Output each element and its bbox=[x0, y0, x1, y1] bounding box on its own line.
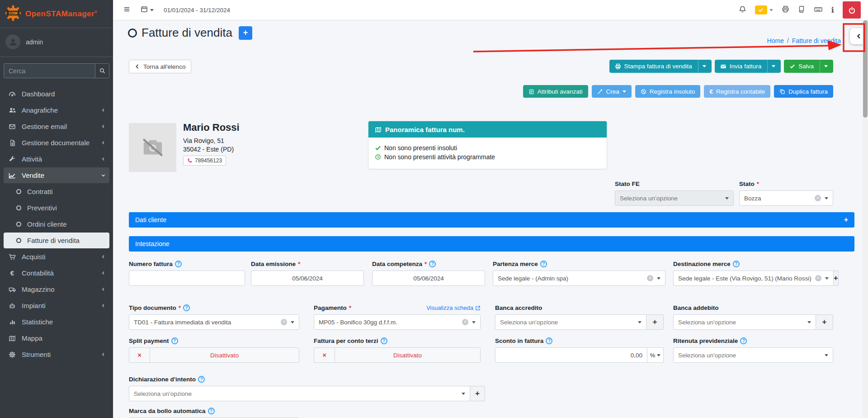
help-icon[interactable]: ? bbox=[733, 261, 740, 267]
split-payment-toggle[interactable]: × Disattivato bbox=[129, 347, 299, 363]
clear-icon[interactable]: × bbox=[462, 319, 468, 325]
calendar-dropdown[interactable] bbox=[141, 5, 154, 14]
sconto-unit-select[interactable]: % bbox=[647, 347, 664, 363]
sidebar-item-attivita[interactable]: Attività bbox=[4, 151, 109, 167]
brand[interactable]: OSM OpenSTAManager® bbox=[0, 0, 113, 28]
sidebar-item-dashboard[interactable]: Dashboard bbox=[4, 86, 109, 102]
create-button[interactable]: Crea bbox=[592, 85, 632, 98]
euro-icon: € bbox=[709, 88, 713, 95]
tipo-documento-field: Tipo documento*? TD01 - Fattura immediat… bbox=[129, 304, 299, 330]
sidebar-item-contratti[interactable]: Contratti bbox=[4, 184, 109, 200]
add-bank-debit-button[interactable]: + bbox=[816, 314, 833, 330]
sidebar-item-impianti[interactable]: Impianti bbox=[4, 298, 109, 314]
info-icon[interactable]: i bbox=[831, 5, 834, 14]
add-invoice-button[interactable]: + bbox=[239, 26, 252, 40]
sidebar-item-gestione-email[interactable]: Gestione email bbox=[4, 119, 109, 134]
fattura-conto-terzi-toggle[interactable]: × Disattivato bbox=[314, 347, 481, 363]
sidebar-item-fatture-di-vendita[interactable]: Fatture di vendita bbox=[4, 233, 109, 248]
add-bank-credit-button[interactable]: + bbox=[646, 314, 664, 330]
envelope-icon bbox=[720, 63, 726, 70]
avatar[interactable] bbox=[5, 34, 20, 49]
data-competenza-input[interactable]: 05/06/2024 bbox=[372, 271, 485, 286]
send-invoice-button[interactable]: Invia fattura bbox=[715, 60, 781, 73]
caret-down-icon bbox=[623, 90, 626, 93]
help-icon[interactable]: ? bbox=[546, 337, 552, 344]
banca-addebito-select[interactable]: Seleziona un'opzione bbox=[673, 314, 816, 330]
sidebar-item-ordini-cliente[interactable]: Ordini cliente bbox=[4, 216, 109, 232]
user-name[interactable]: admin bbox=[26, 38, 43, 46]
duplicate-invoice-button[interactable]: Duplica fattura bbox=[774, 85, 833, 98]
partenza-merce-select[interactable]: Sede legale - (Admin spa) × bbox=[493, 271, 665, 286]
page-scrollbar[interactable] bbox=[863, 20, 868, 418]
sidebar-item-anagrafiche[interactable]: Anagrafiche bbox=[4, 102, 109, 118]
clear-icon[interactable]: × bbox=[815, 275, 821, 281]
power-button[interactable] bbox=[843, 1, 861, 19]
help-icon[interactable]: ? bbox=[171, 337, 178, 344]
numero-fattura-input[interactable] bbox=[129, 271, 245, 286]
user-panel: admin bbox=[0, 28, 113, 57]
help-icon[interactable]: ? bbox=[540, 261, 547, 267]
sconto-input[interactable]: 0,00 bbox=[495, 347, 647, 363]
sidebar-item-mappa[interactable]: Mappa bbox=[4, 330, 109, 346]
scrollbar-thumb[interactable] bbox=[863, 20, 868, 118]
stato-field: Stato* Bozza × bbox=[739, 180, 833, 206]
banca-accredito-select[interactable]: Seleziona un'opzione bbox=[495, 314, 646, 330]
hamburger-icon[interactable] bbox=[123, 6, 131, 14]
caret-down-icon bbox=[769, 9, 773, 11]
magic-wand-icon bbox=[597, 89, 603, 95]
sidebar-item-preventivi[interactable]: Preventivi bbox=[4, 200, 109, 216]
customer-phone-badge[interactable]: 789456123 bbox=[183, 156, 226, 166]
help-icon[interactable]: ? bbox=[198, 376, 205, 383]
stato-fe-select[interactable]: Seleziona un'opzione bbox=[615, 190, 734, 206]
breadcrumb-home-link[interactable]: Home bbox=[767, 37, 784, 44]
print-invoice-button[interactable]: Stampa fattura di vendita bbox=[609, 60, 712, 73]
help-icon[interactable]: ? bbox=[740, 337, 747, 344]
save-button[interactable]: Salva bbox=[784, 60, 833, 73]
add-destination-button[interactable]: + bbox=[834, 271, 839, 286]
stato-select[interactable]: Bozza × bbox=[739, 190, 833, 206]
help-icon[interactable]: ? bbox=[183, 304, 190, 311]
sidebar-item-magazzino[interactable]: Magazzino bbox=[4, 281, 109, 297]
ritenuta-select[interactable]: Seleziona un'opzione bbox=[673, 347, 833, 363]
chevron-down-icon bbox=[101, 173, 106, 178]
expand-plus-icon[interactable]: + bbox=[844, 216, 848, 224]
bell-icon[interactable] bbox=[739, 5, 746, 15]
sidebar-item-statistiche[interactable]: Statistiche bbox=[4, 314, 109, 330]
sidebar-item-contabilita[interactable]: € Contabilità bbox=[4, 265, 109, 281]
help-icon[interactable]: ? bbox=[208, 408, 215, 414]
dashboard-icon bbox=[7, 90, 17, 98]
help-icon[interactable]: ? bbox=[175, 261, 182, 267]
search-input[interactable] bbox=[4, 64, 95, 78]
sidebar-item-acquisti[interactable]: Acquisti bbox=[4, 249, 109, 265]
section-dati-cliente[interactable]: Dati cliente + bbox=[129, 212, 854, 228]
book-icon[interactable] bbox=[798, 5, 805, 15]
sidebar-item-strumenti[interactable]: Strumenti bbox=[4, 347, 109, 362]
help-icon[interactable]: ? bbox=[429, 261, 436, 267]
help-icon[interactable]: ? bbox=[381, 337, 387, 344]
date-range[interactable]: 01/01/2024 - 31/12/2024 bbox=[164, 7, 230, 14]
clear-icon[interactable]: × bbox=[815, 195, 821, 201]
chevron-left-icon bbox=[101, 303, 106, 308]
sidebar-item-vendite[interactable]: Vendite bbox=[4, 167, 109, 183]
clear-icon[interactable]: × bbox=[647, 275, 653, 281]
clear-icon[interactable]: × bbox=[281, 319, 287, 325]
add-dichiarazione-button[interactable]: + bbox=[470, 386, 485, 401]
keyboard-icon[interactable] bbox=[814, 5, 823, 15]
destinazione-merce-select[interactable]: Sede legale - Este (Via Rovigo, 51) (Mar… bbox=[673, 271, 834, 286]
section-intestazione[interactable]: Intestazione bbox=[129, 236, 854, 252]
back-to-list-button[interactable]: Torna all'elenco bbox=[129, 60, 191, 73]
advanced-attributes-button[interactable]: Attributi avanzati bbox=[523, 85, 588, 98]
sidebar-item-gestione-documentale[interactable]: Gestione documentale bbox=[4, 135, 109, 151]
printer-icon[interactable] bbox=[782, 5, 789, 15]
tipo-documento-select[interactable]: TD01 - Fattura immediata di vendita × bbox=[129, 314, 299, 330]
data-emissione-input[interactable]: 05/06/2024 bbox=[251, 271, 364, 286]
search-button[interactable] bbox=[95, 64, 109, 78]
status-check-dropdown[interactable] bbox=[755, 5, 773, 14]
register-accounting-button[interactable]: € Registra contabile bbox=[704, 85, 770, 98]
breadcrumb-current-link[interactable]: Fatture di vendita bbox=[792, 37, 841, 44]
register-unpaid-button[interactable]: Registra insoluto bbox=[635, 85, 701, 98]
circle-icon bbox=[14, 222, 24, 227]
view-payment-link[interactable]: Visualizza scheda bbox=[426, 304, 481, 311]
dichiarazione-intento-select[interactable]: Seleziona un'opzione bbox=[129, 386, 470, 401]
pagamento-select[interactable]: MP05 - Bonifico 30gg d.f.f.m. × bbox=[314, 314, 481, 330]
